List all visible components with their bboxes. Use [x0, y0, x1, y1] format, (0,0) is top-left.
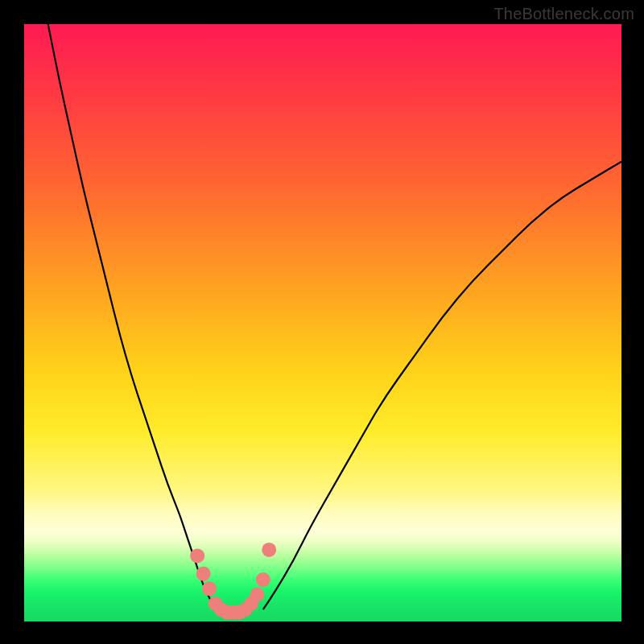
chart-dot	[190, 548, 204, 563]
chart-plot-area	[24, 24, 621, 621]
chart-dot	[196, 567, 211, 581]
watermark-text: TheBottleneck.com	[493, 5, 634, 23]
chart-dot	[262, 543, 276, 557]
chart-series-left-curve	[48, 24, 216, 609]
chart-series-right-curve	[263, 162, 621, 610]
chart-frame: TheBottleneck.com	[0, 0, 644, 644]
chart-dot	[250, 588, 264, 602]
chart-overlay	[24, 24, 621, 621]
chart-dot	[202, 581, 217, 596]
chart-dot	[256, 572, 270, 587]
chart-curves	[48, 24, 621, 609]
